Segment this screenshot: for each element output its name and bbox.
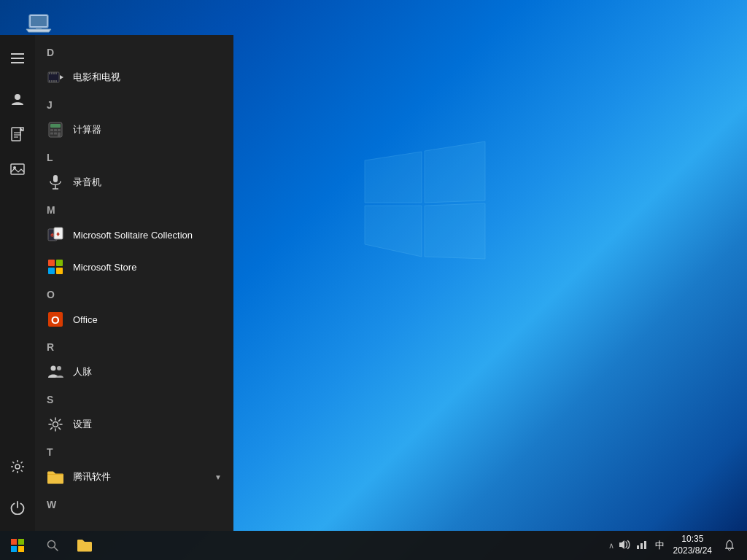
power-button[interactable] — [0, 490, 35, 525]
clock-date: 2023/8/24 — [673, 545, 712, 557]
svg-rect-22 — [53, 72, 55, 74]
svg-rect-21 — [51, 72, 53, 74]
app-item-solitaire[interactable]: ♠ ♦ Microsoft Solitaire Collection — [35, 219, 233, 251]
app-item-people[interactable]: 人脉 — [35, 356, 233, 388]
svg-rect-62 — [644, 541, 646, 549]
movies-tv-icon — [47, 69, 64, 86]
svg-rect-55 — [11, 546, 17, 552]
settings-icon — [47, 416, 64, 433]
svg-marker-2 — [365, 206, 422, 257]
store-label: Microsoft Store — [73, 262, 136, 273]
store-icon — [47, 258, 64, 276]
svg-rect-36 — [58, 133, 61, 138]
svg-rect-9 — [11, 62, 24, 63]
alpha-header-t: T — [35, 443, 233, 461]
solitaire-icon: ♠ ♦ — [47, 226, 64, 244]
svg-marker-59 — [619, 540, 624, 549]
start-menu-sidebar — [0, 35, 35, 531]
hamburger-menu-button[interactable] — [0, 41, 35, 76]
svg-rect-34 — [50, 133, 53, 135]
recorder-icon — [47, 174, 64, 191]
svg-rect-37 — [53, 175, 58, 182]
svg-rect-5 — [31, 16, 47, 26]
app-item-recorder[interactable]: 录音机 — [35, 166, 233, 198]
svg-rect-32 — [54, 129, 57, 131]
svg-rect-35 — [54, 133, 57, 135]
app-item-store[interactable]: Microsoft Store — [35, 251, 233, 283]
app-item-tencent-folder[interactable]: 腾讯软件 ▼ — [35, 461, 233, 493]
svg-rect-56 — [18, 546, 24, 552]
taskbar-search-button[interactable] — [35, 531, 70, 560]
alpha-header-r: R — [35, 338, 233, 356]
folder-expand-arrow: ▼ — [214, 473, 222, 481]
app-list: D 电影 — [35, 35, 233, 531]
svg-rect-24 — [49, 80, 50, 82]
svg-line-58 — [55, 548, 58, 551]
desktop: 此电脑 — [0, 0, 747, 560]
svg-rect-46 — [48, 268, 55, 274]
alpha-header-d: D — [35, 44, 233, 61]
office-label: Office — [73, 314, 98, 325]
svg-rect-26 — [53, 80, 55, 82]
svg-point-50 — [51, 366, 56, 371]
svg-rect-44 — [48, 260, 55, 266]
svg-marker-0 — [365, 152, 422, 203]
movies-tv-label: 电影和电视 — [73, 71, 120, 84]
recorder-label: 录音机 — [73, 176, 101, 189]
app-item-calculator[interactable]: 计算器 — [35, 114, 233, 146]
svg-rect-11 — [12, 128, 20, 141]
taskbar-clock[interactable]: 10:35 2023/8/24 — [667, 534, 718, 556]
user-account-button[interactable] — [0, 82, 35, 117]
ime-indicator[interactable]: 中 — [652, 539, 667, 552]
svg-rect-7 — [11, 53, 24, 55]
svg-rect-30 — [50, 124, 61, 128]
svg-rect-47 — [56, 268, 63, 274]
svg-point-18 — [15, 464, 20, 469]
svg-rect-54 — [18, 539, 24, 545]
svg-rect-33 — [58, 129, 61, 131]
svg-marker-28 — [60, 75, 63, 79]
volume-icon[interactable] — [617, 538, 632, 553]
svg-rect-31 — [50, 129, 53, 131]
start-menu: D 电影 — [0, 35, 233, 531]
svg-point-10 — [15, 94, 20, 100]
svg-point-51 — [57, 366, 61, 370]
app-item-movies-tv[interactable]: 电影和电视 — [35, 61, 233, 93]
start-button[interactable] — [0, 531, 35, 560]
svg-rect-20 — [49, 72, 50, 74]
svg-text:O: O — [51, 314, 60, 326]
alpha-header-l: L — [35, 149, 233, 166]
svg-rect-60 — [637, 545, 639, 549]
svg-rect-6 — [36, 28, 42, 29]
svg-rect-45 — [56, 260, 63, 266]
taskbar-file-explorer-button[interactable] — [70, 531, 99, 560]
svg-marker-3 — [425, 203, 485, 259]
alpha-header-s: S — [35, 391, 233, 408]
documents-button[interactable] — [0, 117, 35, 152]
alpha-header-w: W — [35, 496, 233, 513]
settings-sidebar-button[interactable] — [0, 449, 35, 484]
notification-center-button[interactable] — [718, 531, 741, 560]
solitaire-label: Microsoft Solitaire Collection — [73, 230, 193, 241]
svg-text:♦: ♦ — [56, 230, 60, 238]
photos-button[interactable] — [0, 152, 35, 187]
people-icon — [47, 363, 64, 381]
show-hidden-icons-button[interactable]: ∧ — [605, 541, 617, 551]
windows-logo-desktop — [350, 117, 496, 262]
app-item-settings[interactable]: 设置 — [35, 408, 233, 440]
office-icon: O — [47, 311, 64, 328]
alpha-header-o: O — [35, 286, 233, 303]
svg-rect-25 — [51, 80, 53, 82]
tencent-folder-icon — [47, 468, 64, 486]
app-item-office[interactable]: O Office — [35, 303, 233, 335]
alpha-header-m: M — [35, 201, 233, 219]
svg-rect-27 — [55, 80, 57, 82]
taskbar: ∧ 中 10:35 — [0, 531, 747, 560]
svg-marker-1 — [425, 141, 485, 203]
svg-rect-61 — [640, 543, 643, 549]
network-icon[interactable] — [635, 538, 649, 553]
svg-point-52 — [53, 422, 58, 427]
tencent-folder-label: 腾讯软件 — [73, 470, 111, 483]
svg-rect-23 — [55, 72, 57, 74]
taskbar-system-tray: ∧ 中 10:35 — [605, 531, 747, 560]
